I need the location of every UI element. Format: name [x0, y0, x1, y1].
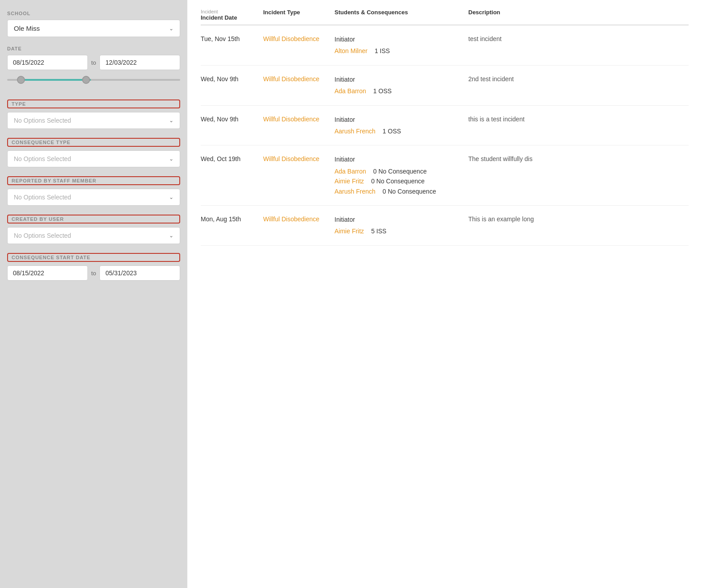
incident-date-cell: Wed, Nov 9th [201, 75, 263, 84]
consequence-count: 0 No Consequence [383, 186, 436, 196]
slider-thumb-left[interactable] [17, 76, 25, 84]
created-by-placeholder: No Options Selected [14, 232, 71, 239]
student-row: Ada Barron0 No Consequence [334, 166, 468, 176]
initiator-label: Initiator [334, 154, 468, 164]
consequence-count: 5 ISS [371, 226, 386, 236]
students-cell: InitiatorAimie Fritz5 ISS [334, 215, 468, 236]
date-separator: to [91, 59, 96, 66]
student-row: Aimie Fritz0 No Consequence [334, 176, 468, 186]
header-incident-type: Incident Type [263, 9, 334, 21]
student-name[interactable]: Ada Barron [334, 86, 366, 96]
consequence-date-range-row: 08/15/2022 to 05/31/2023 [7, 265, 180, 281]
description-cell: 2nd test incident [468, 75, 689, 84]
header-description: Description [468, 9, 689, 21]
student-row: Aimie Fritz5 ISS [334, 226, 468, 236]
description-cell: this is a test incident [468, 115, 689, 124]
reported-by-label: REPORTED BY STAFF MEMBER [7, 176, 180, 185]
consequence-date-separator: to [91, 270, 96, 277]
table-header: Incident Incident Date Incident Type Stu… [201, 9, 689, 25]
incidents-table: Tue, Nov 15thWillful DisobedienceInitiat… [201, 25, 689, 246]
table-row: Tue, Nov 15thWillful DisobedienceInitiat… [201, 25, 689, 66]
consequence-count: 1 ISS [375, 46, 390, 56]
date-to-input[interactable]: 12/03/2022 [99, 55, 180, 70]
incident-date-cell: Tue, Nov 15th [201, 34, 263, 44]
incident-type-cell[interactable]: Willful Disobedience [263, 34, 334, 44]
students-cell: InitiatorAda Barron0 No ConsequenceAimie… [334, 154, 468, 196]
reported-by-placeholder: No Options Selected [14, 194, 71, 201]
initiator-label: Initiator [334, 34, 468, 44]
school-value: Ole Miss [14, 25, 40, 32]
consequence-type-chevron-icon: ⌄ [169, 156, 173, 162]
incident-type-cell[interactable]: Willful Disobedience [263, 115, 334, 124]
school-chevron-icon: ⌄ [169, 25, 173, 32]
initiator-label: Initiator [334, 115, 468, 124]
created-by-chevron-icon: ⌄ [169, 232, 173, 239]
incident-type-cell[interactable]: Willful Disobedience [263, 154, 334, 164]
consequence-type-select[interactable]: No Options Selected ⌄ [7, 150, 180, 167]
description-cell: This is an example long [468, 215, 689, 224]
created-by-label: CREATED BY USER [7, 215, 180, 224]
initiator-label: Initiator [334, 215, 468, 224]
date-label: DATE [7, 46, 180, 51]
student-name[interactable]: Aarush French [334, 186, 376, 196]
student-name[interactable]: Alton Milner [334, 46, 368, 56]
student-name[interactable]: Ada Barron [334, 166, 366, 176]
initiator-label: Initiator [334, 75, 468, 84]
date-slider[interactable] [7, 75, 180, 85]
type-chevron-icon: ⌄ [169, 117, 173, 124]
consequence-type-label: CONSEQUENCE TYPE [7, 138, 180, 147]
consequence-count: 1 OSS [373, 86, 392, 96]
header-students-consequences: Students & Consequences [334, 9, 468, 21]
student-row: Ada Barron1 OSS [334, 86, 468, 96]
slider-fill [21, 79, 91, 81]
created-by-select[interactable]: No Options Selected ⌄ [7, 227, 180, 244]
date-from-input[interactable]: 08/15/2022 [7, 55, 88, 70]
consequence-count: 1 OSS [383, 126, 401, 136]
incident-type-cell[interactable]: Willful Disobedience [263, 75, 334, 84]
consequence-type-placeholder: No Options Selected [14, 155, 71, 162]
table-row: Mon, Aug 15thWillful DisobedienceInitiat… [201, 206, 689, 246]
description-cell: The student willfully dis [468, 154, 689, 164]
description-cell: test incident [468, 34, 689, 44]
header-incident-date: Incident Incident Date [201, 9, 263, 21]
incident-type-cell[interactable]: Willful Disobedience [263, 215, 334, 224]
student-row: Alton Milner1 ISS [334, 46, 468, 56]
left-panel: SCHOOL Ole Miss ⌄ DATE 08/15/2022 to 12/… [0, 0, 187, 588]
school-label: SCHOOL [7, 11, 180, 16]
students-cell: InitiatorAarush French1 OSS [334, 115, 468, 137]
table-row: Wed, Nov 9thWillful DisobedienceInitiato… [201, 66, 689, 106]
school-select[interactable]: Ole Miss ⌄ [7, 20, 180, 37]
incident-date-cell: Wed, Nov 9th [201, 115, 263, 124]
consequence-date-to-input[interactable]: 05/31/2023 [99, 265, 180, 281]
type-select[interactable]: No Options Selected ⌄ [7, 112, 180, 129]
student-name[interactable]: Aimie Fritz [334, 226, 364, 236]
consequence-start-date-label: CONSEQUENCE START DATE [7, 253, 180, 262]
date-range-row: 08/15/2022 to 12/03/2022 [7, 55, 180, 70]
students-cell: InitiatorAda Barron1 OSS [334, 75, 468, 96]
student-row: Aarush French0 No Consequence [334, 186, 468, 196]
consequence-count: 0 No Consequence [373, 166, 427, 176]
incident-date-cell: Mon, Aug 15th [201, 215, 263, 224]
consequence-date-from-input[interactable]: 08/15/2022 [7, 265, 88, 281]
student-row: Aarush French1 OSS [334, 126, 468, 136]
students-cell: InitiatorAlton Milner1 ISS [334, 34, 468, 56]
right-panel: Incident Incident Date Incident Type Stu… [187, 0, 702, 588]
student-name[interactable]: Aimie Fritz [334, 176, 364, 186]
reported-by-select[interactable]: No Options Selected ⌄ [7, 189, 180, 206]
table-row: Wed, Oct 19thWillful DisobedienceInitiat… [201, 145, 689, 206]
slider-thumb-right[interactable] [82, 76, 90, 84]
consequence-count: 0 No Consequence [371, 176, 425, 186]
type-label: TYPE [7, 99, 180, 108]
type-placeholder: No Options Selected [14, 117, 71, 124]
reported-by-chevron-icon: ⌄ [169, 194, 173, 200]
student-name[interactable]: Aarush French [334, 126, 376, 136]
incident-date-cell: Wed, Oct 19th [201, 154, 263, 164]
table-row: Wed, Nov 9thWillful DisobedienceInitiato… [201, 106, 689, 146]
